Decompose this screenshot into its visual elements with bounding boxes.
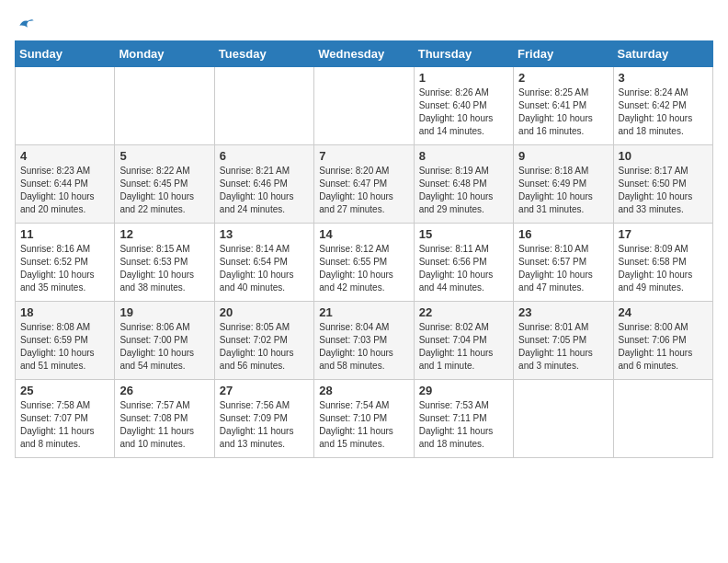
day-header-thursday: Thursday (414, 41, 513, 67)
calendar-cell: 15Sunrise: 8:11 AM Sunset: 6:56 PM Dayli… (414, 224, 513, 302)
day-number: 29 (419, 384, 508, 397)
day-info: Sunrise: 7:53 AM Sunset: 7:11 PM Dayligh… (419, 399, 508, 451)
day-info: Sunrise: 8:05 AM Sunset: 7:02 PM Dayligh… (220, 321, 309, 373)
day-header-wednesday: Wednesday (314, 41, 414, 67)
day-number: 5 (119, 149, 209, 163)
day-info: Sunrise: 8:19 AM Sunset: 6:48 PM Dayligh… (419, 165, 508, 216)
day-header-tuesday: Tuesday (214, 41, 313, 67)
calendar-cell: 25Sunrise: 7:58 AM Sunset: 7:07 PM Dayli… (16, 380, 115, 458)
day-info: Sunrise: 8:24 AM Sunset: 6:42 PM Dayligh… (619, 86, 708, 138)
day-number: 16 (518, 227, 608, 241)
day-info: Sunrise: 8:09 AM Sunset: 6:58 PM Dayligh… (619, 243, 708, 294)
calendar-cell: 14Sunrise: 8:12 AM Sunset: 6:55 PM Dayli… (314, 224, 414, 302)
calendar-cell: 19Sunrise: 8:06 AM Sunset: 7:00 PM Dayli… (115, 302, 214, 380)
day-number: 13 (220, 227, 309, 241)
day-number: 9 (518, 149, 608, 163)
day-header-saturday: Saturday (613, 41, 712, 67)
calendar-cell (613, 380, 712, 458)
calendar-cell: 4Sunrise: 8:23 AM Sunset: 6:44 PM Daylig… (16, 145, 115, 224)
calendar-cell (115, 67, 214, 145)
day-number: 25 (20, 384, 109, 397)
day-number: 8 (419, 149, 508, 163)
calendar-cell: 9Sunrise: 8:18 AM Sunset: 6:49 PM Daylig… (514, 145, 613, 224)
day-info: Sunrise: 8:22 AM Sunset: 6:45 PM Dayligh… (119, 165, 209, 216)
day-header-friday: Friday (514, 41, 613, 67)
calendar-cell: 26Sunrise: 7:57 AM Sunset: 7:08 PM Dayli… (115, 380, 214, 458)
day-info: Sunrise: 8:12 AM Sunset: 6:55 PM Dayligh… (319, 243, 408, 294)
calendar-cell: 5Sunrise: 8:22 AM Sunset: 6:45 PM Daylig… (115, 145, 214, 224)
day-number: 7 (319, 149, 408, 163)
calendar-cell: 16Sunrise: 8:10 AM Sunset: 6:57 PM Dayli… (514, 224, 613, 302)
calendar-cell: 24Sunrise: 8:00 AM Sunset: 7:06 PM Dayli… (613, 302, 712, 380)
calendar-cell (314, 67, 414, 145)
calendar-cell: 21Sunrise: 8:04 AM Sunset: 7:03 PM Dayli… (314, 302, 414, 380)
calendar-cell: 6Sunrise: 8:21 AM Sunset: 6:46 PM Daylig… (214, 145, 313, 224)
day-number: 24 (619, 305, 708, 319)
day-info: Sunrise: 8:10 AM Sunset: 6:57 PM Dayligh… (518, 243, 608, 294)
calendar-cell: 10Sunrise: 8:17 AM Sunset: 6:50 PM Dayli… (613, 145, 712, 224)
day-info: Sunrise: 8:20 AM Sunset: 6:47 PM Dayligh… (319, 165, 408, 216)
day-header-monday: Monday (115, 41, 214, 67)
calendar-cell: 20Sunrise: 8:05 AM Sunset: 7:02 PM Dayli… (214, 302, 313, 380)
calendar-cell: 22Sunrise: 8:02 AM Sunset: 7:04 PM Dayli… (414, 302, 513, 380)
calendar-cell: 7Sunrise: 8:20 AM Sunset: 6:47 PM Daylig… (314, 145, 414, 224)
calendar-cell: 12Sunrise: 8:15 AM Sunset: 6:53 PM Dayli… (115, 224, 214, 302)
calendar-cell: 11Sunrise: 8:16 AM Sunset: 6:52 PM Dayli… (16, 224, 115, 302)
day-info: Sunrise: 8:02 AM Sunset: 7:04 PM Dayligh… (419, 321, 508, 373)
day-info: Sunrise: 8:18 AM Sunset: 6:49 PM Dayligh… (518, 165, 608, 216)
calendar-cell: 2Sunrise: 8:25 AM Sunset: 6:41 PM Daylig… (514, 67, 613, 145)
calendar-cell (514, 380, 613, 458)
day-number: 17 (619, 227, 708, 241)
calendar-cell (16, 67, 115, 145)
day-number: 22 (419, 305, 508, 319)
day-number: 3 (619, 71, 708, 85)
calendar-week-row: 4Sunrise: 8:23 AM Sunset: 6:44 PM Daylig… (16, 145, 713, 224)
day-info: Sunrise: 8:15 AM Sunset: 6:53 PM Dayligh… (119, 243, 209, 294)
day-number: 19 (119, 305, 209, 319)
day-number: 6 (220, 149, 309, 163)
logo-bird-icon (17, 15, 35, 33)
calendar-week-row: 1Sunrise: 8:26 AM Sunset: 6:40 PM Daylig… (16, 67, 713, 145)
day-info: Sunrise: 8:26 AM Sunset: 6:40 PM Dayligh… (419, 86, 508, 138)
calendar-cell: 18Sunrise: 8:08 AM Sunset: 6:59 PM Dayli… (16, 302, 115, 380)
day-info: Sunrise: 7:58 AM Sunset: 7:07 PM Dayligh… (20, 399, 109, 451)
calendar-cell: 29Sunrise: 7:53 AM Sunset: 7:11 PM Dayli… (414, 380, 513, 458)
day-number: 21 (319, 305, 408, 319)
calendar-cell: 3Sunrise: 8:24 AM Sunset: 6:42 PM Daylig… (613, 67, 712, 145)
calendar-week-row: 18Sunrise: 8:08 AM Sunset: 6:59 PM Dayli… (16, 302, 713, 380)
page-header (15, 15, 713, 33)
calendar-cell: 28Sunrise: 7:54 AM Sunset: 7:10 PM Dayli… (314, 380, 414, 458)
day-number: 4 (20, 149, 109, 163)
calendar-week-row: 11Sunrise: 8:16 AM Sunset: 6:52 PM Dayli… (16, 224, 713, 302)
day-number: 18 (20, 305, 109, 319)
day-number: 20 (220, 305, 309, 319)
calendar-cell: 17Sunrise: 8:09 AM Sunset: 6:58 PM Dayli… (613, 224, 712, 302)
day-number: 2 (518, 71, 608, 85)
day-info: Sunrise: 8:25 AM Sunset: 6:41 PM Dayligh… (518, 86, 608, 138)
day-info: Sunrise: 8:08 AM Sunset: 6:59 PM Dayligh… (20, 321, 109, 373)
calendar-cell: 8Sunrise: 8:19 AM Sunset: 6:48 PM Daylig… (414, 145, 513, 224)
day-info: Sunrise: 7:56 AM Sunset: 7:09 PM Dayligh… (220, 399, 309, 451)
day-info: Sunrise: 8:06 AM Sunset: 7:00 PM Dayligh… (119, 321, 209, 373)
calendar-week-row: 25Sunrise: 7:58 AM Sunset: 7:07 PM Dayli… (16, 380, 713, 458)
calendar-header-row: SundayMondayTuesdayWednesdayThursdayFrid… (16, 41, 713, 67)
calendar-table: SundayMondayTuesdayWednesdayThursdayFrid… (15, 40, 713, 458)
day-info: Sunrise: 8:21 AM Sunset: 6:46 PM Dayligh… (220, 165, 309, 216)
day-header-sunday: Sunday (16, 41, 115, 67)
day-number: 27 (220, 384, 309, 397)
day-number: 23 (518, 305, 608, 319)
day-info: Sunrise: 8:16 AM Sunset: 6:52 PM Dayligh… (20, 243, 109, 294)
day-info: Sunrise: 8:17 AM Sunset: 6:50 PM Dayligh… (619, 165, 708, 216)
day-info: Sunrise: 8:11 AM Sunset: 6:56 PM Dayligh… (419, 243, 508, 294)
day-info: Sunrise: 8:00 AM Sunset: 7:06 PM Dayligh… (619, 321, 708, 373)
day-number: 12 (119, 227, 209, 241)
calendar-cell: 27Sunrise: 7:56 AM Sunset: 7:09 PM Dayli… (214, 380, 313, 458)
day-number: 14 (319, 227, 408, 241)
day-info: Sunrise: 7:57 AM Sunset: 7:08 PM Dayligh… (119, 399, 209, 451)
day-info: Sunrise: 7:54 AM Sunset: 7:10 PM Dayligh… (319, 399, 408, 451)
day-number: 28 (319, 384, 408, 397)
day-info: Sunrise: 8:04 AM Sunset: 7:03 PM Dayligh… (319, 321, 408, 373)
day-info: Sunrise: 8:14 AM Sunset: 6:54 PM Dayligh… (220, 243, 309, 294)
calendar-cell: 23Sunrise: 8:01 AM Sunset: 7:05 PM Dayli… (514, 302, 613, 380)
day-number: 10 (619, 149, 708, 163)
